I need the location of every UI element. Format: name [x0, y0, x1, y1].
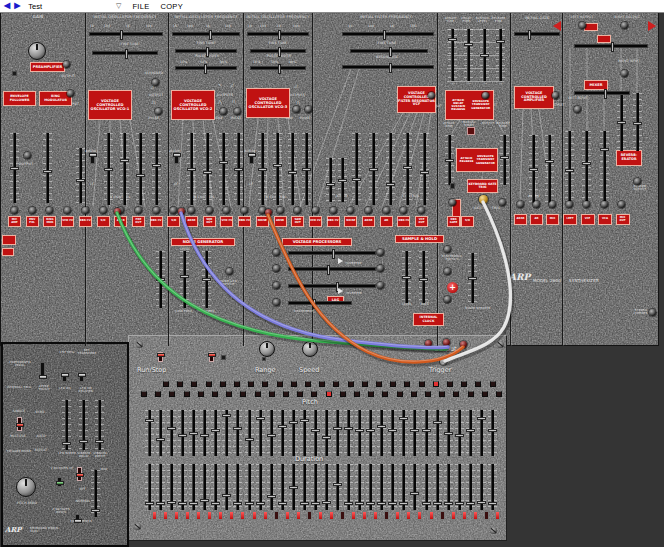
slider-vertical[interactable]: [288, 133, 297, 205]
step-button[interactable]: [354, 391, 360, 397]
patch-jack[interactable]: [377, 265, 384, 272]
duration-step-slider[interactable]: [344, 464, 353, 510]
slider-handle[interactable]: [79, 440, 88, 443]
step-button[interactable]: [319, 381, 325, 387]
slider-vertical[interactable]: [338, 158, 347, 202]
slider-handle[interactable]: [322, 501, 331, 504]
patch-jack[interactable]: [549, 201, 556, 208]
step-button[interactable]: [269, 391, 275, 397]
step-button[interactable]: [206, 381, 212, 387]
slider-horizontal[interactable]: [89, 32, 163, 36]
slider-horizontal[interactable]: [92, 51, 158, 55]
slider-vertical[interactable]: [420, 133, 429, 205]
pitch-step-slider[interactable]: [289, 410, 298, 456]
step-button[interactable]: [212, 391, 218, 397]
duration-step-slider[interactable]: [145, 464, 154, 510]
patch-jack[interactable]: [601, 201, 608, 208]
slider-handle[interactable]: [383, 30, 386, 40]
slider-handle[interactable]: [233, 502, 242, 505]
step-button[interactable]: [220, 381, 226, 387]
patch-jack[interactable]: [273, 299, 280, 306]
step-button[interactable]: [191, 381, 197, 387]
slider-handle[interactable]: [433, 502, 442, 505]
toggle-knob[interactable]: [208, 353, 216, 357]
slider-vertical[interactable]: [565, 131, 574, 203]
toggle-switch[interactable]: [17, 417, 22, 431]
step-button[interactable]: [362, 381, 368, 387]
patch-jack[interactable]: [152, 79, 159, 86]
patch-jack[interactable]: [188, 207, 195, 214]
slider-handle[interactable]: [617, 121, 626, 124]
slider-handle[interactable]: [422, 502, 431, 505]
slider-handle[interactable]: [267, 495, 276, 498]
toggle-knob[interactable]: [89, 153, 97, 157]
toggle-knob[interactable]: [78, 373, 86, 377]
patch-jack[interactable]: [649, 309, 656, 316]
duration-step-slider[interactable]: [200, 464, 209, 510]
pitch-step-slider[interactable]: [167, 410, 176, 456]
slider-handle[interactable]: [545, 160, 554, 163]
pitch-step-slider[interactable]: [189, 410, 198, 456]
slider-vertical[interactable]: [219, 133, 228, 205]
slider-handle[interactable]: [604, 89, 607, 99]
slider-vertical[interactable]: [600, 131, 609, 203]
pitch-step-slider[interactable]: [322, 410, 331, 456]
slider-vertical[interactable]: [234, 133, 243, 205]
cable-plug-jack[interactable]: [460, 341, 467, 348]
slider-vertical[interactable]: [273, 133, 282, 205]
slider-handle[interactable]: [156, 278, 165, 281]
patch-jack[interactable]: [135, 207, 142, 214]
pitch-step-slider[interactable]: [422, 410, 431, 456]
panel-switch[interactable]: [12, 71, 17, 76]
step-button[interactable]: [198, 391, 204, 397]
slider-vertical[interactable]: [500, 135, 509, 185]
patch-jack[interactable]: [579, 22, 586, 29]
patch-jack[interactable]: [365, 207, 372, 214]
slider-handle[interactable]: [233, 427, 242, 430]
step-button[interactable]: [326, 391, 332, 397]
slider-handle[interactable]: [152, 164, 161, 167]
slider-handle[interactable]: [582, 162, 591, 165]
pitch-step-slider[interactable]: [311, 410, 320, 456]
slider-handle[interactable]: [95, 440, 104, 443]
duration-step-slider[interactable]: [189, 464, 198, 510]
slider-horizontal[interactable]: [288, 284, 376, 288]
step-button[interactable]: [496, 391, 502, 397]
slider-handle[interactable]: [178, 502, 187, 505]
slider-handle[interactable]: [528, 30, 531, 40]
duration-step-slider[interactable]: [422, 464, 431, 510]
slider-handle[interactable]: [477, 501, 486, 504]
slider-handle[interactable]: [219, 161, 228, 164]
slider-handle[interactable]: [278, 30, 281, 40]
duration-step-slider[interactable]: [466, 464, 475, 510]
slider-handle[interactable]: [180, 275, 189, 278]
slider-handle[interactable]: [386, 183, 395, 186]
slider-handle[interactable]: [322, 436, 331, 439]
pitch-step-slider[interactable]: [477, 410, 486, 456]
patch-jack[interactable]: [234, 108, 241, 115]
slider-handle[interactable]: [344, 502, 353, 505]
cable-plug-jack[interactable]: [114, 208, 121, 215]
forward-icon[interactable]: ▶: [14, 2, 20, 10]
slider-vertical[interactable]: [136, 133, 145, 205]
slider-handle[interactable]: [399, 502, 408, 505]
duration-step-slider[interactable]: [233, 464, 242, 510]
slider-handle[interactable]: [202, 278, 211, 281]
patch-jack[interactable]: [566, 201, 573, 208]
step-button[interactable]: [382, 391, 388, 397]
pitch-step-slider[interactable]: [444, 410, 453, 456]
slider-handle[interactable]: [410, 492, 419, 495]
duration-step-slider[interactable]: [377, 464, 386, 510]
duration-step-slider[interactable]: [455, 464, 464, 510]
slider-handle[interactable]: [355, 429, 364, 432]
slider-vertical[interactable]: [202, 251, 211, 308]
patch-jack[interactable]: [634, 178, 641, 185]
cable-plug-jack[interactable]: [178, 208, 185, 215]
slider-horizontal[interactable]: [247, 32, 309, 36]
patch-jack[interactable]: [330, 207, 337, 214]
toggle-switch[interactable]: [90, 152, 95, 164]
slider-handle[interactable]: [156, 438, 165, 441]
toggle-knob[interactable]: [74, 519, 82, 523]
sequencer-trigger-jack[interactable]: [440, 358, 447, 365]
slider-handle[interactable]: [468, 277, 477, 280]
